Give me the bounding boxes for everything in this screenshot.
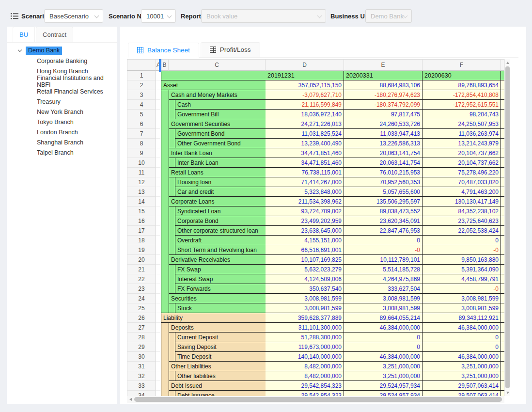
cell-label[interactable]: Time Deposit — [175, 352, 266, 362]
cell-value[interactable]: 23,620,345,091 — [344, 216, 422, 226]
cell-value[interactable]: 34,471,851,460 — [266, 158, 344, 168]
row-number[interactable]: 12 — [127, 177, 156, 187]
cell-value[interactable]: 29,524,957,934 — [344, 391, 422, 396]
cell-value[interactable]: 0 — [344, 333, 422, 342]
cell-column-a[interactable] — [156, 216, 161, 226]
cell-value[interactable]: 357,052,115,150 — [266, 80, 344, 90]
cell-label[interactable]: Securities — [169, 294, 266, 303]
column-header-F[interactable]: F — [422, 59, 501, 71]
horizontal-scrollbar[interactable] — [127, 396, 504, 403]
cell-label[interactable]: Government Bond — [175, 129, 266, 139]
row-number[interactable]: 25 — [127, 303, 156, 313]
cell-column-a[interactable] — [156, 255, 161, 265]
cell-value[interactable]: 5,514,185,728 — [344, 265, 422, 274]
cell-column-a[interactable] — [156, 381, 161, 391]
cell-column-g[interactable] — [501, 245, 504, 255]
cell-value[interactable]: 23,725,640,623 — [422, 216, 501, 226]
cell-column-g[interactable] — [501, 129, 504, 139]
cell-label[interactable]: Debt Issued — [169, 381, 266, 391]
cell-value[interactable]: 98,204,743 — [422, 110, 501, 119]
vertical-scrollbar-thumb[interactable] — [505, 66, 510, 388]
cell-value[interactable]: 11,036,263,974 — [422, 129, 501, 139]
cell-column-g[interactable] — [501, 391, 504, 396]
cell-column-g[interactable] — [501, 294, 504, 303]
cell-column-g[interactable] — [501, 333, 504, 342]
cell-column-a[interactable] — [156, 71, 161, 80]
cell-value[interactable]: 10,112,789,101 — [344, 255, 422, 265]
cell-value[interactable]: 4,155,151,000 — [266, 236, 344, 245]
cell-column-a[interactable] — [156, 168, 161, 177]
cell-value[interactable]: 0 — [422, 333, 501, 342]
cell-value[interactable]: -180,276,974,623 — [344, 90, 422, 100]
tree-node-child[interactable]: Taipei Branch — [7, 147, 117, 158]
cell-value[interactable]: 4,124,509,006 — [266, 274, 344, 284]
row-number[interactable]: 14 — [127, 197, 156, 206]
cell-label[interactable]: Cash and Money Markets — [169, 90, 266, 100]
cell-label[interactable]: Stock — [175, 303, 266, 313]
cell-value[interactable]: 11,033,947,413 — [344, 129, 422, 139]
column-header-E[interactable]: E — [344, 59, 422, 71]
cell-value[interactable]: 29,507,063,414 — [422, 391, 501, 396]
cell-value[interactable]: 3,251,000,000 — [344, 371, 422, 381]
cell-column-a[interactable] — [156, 352, 161, 362]
cell-value[interactable]: 135,506,295,597 — [344, 197, 422, 206]
cell-value[interactable]: 89,768,893,654 — [422, 80, 501, 90]
cell-label[interactable]: Current Deposit — [175, 333, 266, 342]
cell-label[interactable]: Inter Bank Loan — [175, 158, 266, 168]
tree-node-child[interactable]: New York Branch — [7, 107, 117, 117]
row-number[interactable]: 5 — [127, 110, 156, 119]
cell-column-g[interactable] — [501, 187, 504, 197]
cell-value[interactable]: 22,052,538,424 — [422, 226, 501, 236]
scroll-down-button[interactable] — [505, 389, 510, 396]
cell-column-a[interactable] — [156, 80, 161, 90]
cell-column-g[interactable] — [501, 80, 504, 90]
row-number[interactable]: 18 — [127, 236, 156, 245]
cell-column-a[interactable] — [156, 119, 161, 129]
cell-value[interactable]: 18,036,972,140 — [266, 110, 344, 119]
cell-value[interactable]: 0 — [344, 236, 422, 245]
cell-column-a[interactable] — [156, 236, 161, 245]
unordered-list-icon[interactable] — [11, 13, 18, 19]
cell-value[interactable]: 311,101,300,000 — [266, 323, 344, 333]
cell-label[interactable] — [161, 71, 266, 80]
caret-down-icon[interactable] — [18, 48, 22, 52]
cell-value[interactable]: 5,323,848,000 — [266, 187, 344, 197]
cell-label[interactable]: Government Securities — [169, 119, 266, 129]
row-number[interactable]: 16 — [127, 216, 156, 226]
cell-value[interactable]: 46,384,000,000 — [344, 352, 422, 362]
cell-value[interactable]: 46,384,000,000 — [422, 352, 501, 362]
cell-column-g[interactable] — [501, 139, 504, 148]
cell-label[interactable]: FX Swap — [175, 265, 266, 274]
cell-value[interactable]: 84,352,238,102 — [422, 206, 501, 216]
cell-value[interactable]: 24,250,507,953 — [422, 119, 501, 129]
cell-value[interactable]: 66,516,691,001 — [266, 245, 344, 255]
cell-value[interactable]: 20,104,737,662 — [422, 158, 501, 168]
cell-column-g[interactable] — [501, 226, 504, 236]
column-header-C[interactable]: C — [169, 59, 266, 71]
row-number[interactable]: 30 — [127, 352, 156, 362]
row-number[interactable]: 27 — [127, 323, 156, 333]
cell-value[interactable]: 4,791,463,200 — [422, 187, 501, 197]
cell-value[interactable]: 23,499,202,959 — [266, 216, 344, 226]
cell-value[interactable]: 46,384,000,000 — [344, 323, 422, 333]
cell-column-a[interactable] — [156, 274, 161, 284]
cell-date-header[interactable]: 20191231 — [266, 71, 344, 80]
tree-node-child[interactable]: Treasury — [7, 96, 117, 107]
cell-column-a[interactable] — [156, 333, 161, 342]
row-number[interactable]: 20 — [127, 255, 156, 265]
cell-value[interactable]: 29,542,854,323 — [266, 391, 344, 396]
cell-value[interactable]: 46,384,000,000 — [422, 323, 501, 333]
cell-column-a[interactable] — [156, 294, 161, 303]
row-number[interactable]: 7 — [127, 129, 156, 139]
cell-value[interactable]: -21,116,599,849 — [266, 100, 344, 110]
row-number[interactable]: 13 — [127, 187, 156, 197]
cell-column-g[interactable] — [501, 362, 504, 371]
row-number[interactable]: 23 — [127, 284, 156, 294]
cell-column-g[interactable] — [501, 158, 504, 168]
cell-column-a[interactable] — [156, 226, 161, 236]
column-header-D[interactable]: D — [266, 59, 344, 71]
tree-node-child[interactable]: Financial Institutions and NBFI — [7, 76, 117, 86]
cell-value[interactable]: 3,008,981,599 — [344, 294, 422, 303]
cell-value[interactable]: 3,008,981,599 — [266, 303, 344, 313]
cell-value[interactable]: -172,854,410,808 — [422, 90, 501, 100]
